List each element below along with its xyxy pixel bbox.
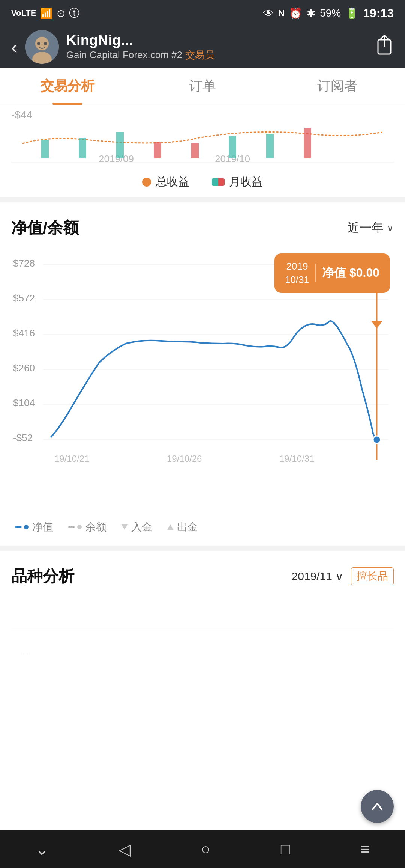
profit-chart-area: -$44 2019/09 2019/10: [0, 105, 405, 167]
signal-icon: 📶: [40, 7, 53, 20]
tooltip-value: 净值 $0.00: [322, 265, 380, 281]
svg-rect-10: [41, 140, 49, 158]
chevron-down-icon: ∨: [387, 222, 394, 234]
svg-rect-17: [304, 128, 311, 158]
svg-point-34: [373, 436, 381, 443]
svg-point-4: [44, 42, 47, 45]
svg-point-3: [37, 42, 40, 45]
date-filter-label: 2019/11: [292, 570, 332, 583]
nav-home-icon[interactable]: ○: [201, 840, 210, 858]
legend-monthly: 月收益: [212, 174, 263, 190]
tab-analysis[interactable]: 交易分析: [0, 68, 135, 105]
svg-rect-13: [154, 142, 161, 158]
svg-rect-14: [191, 143, 199, 158]
scroll-up-icon: [370, 799, 385, 814]
battery-icon: 🔋: [345, 7, 358, 20]
tooltip-divider: [315, 264, 316, 282]
clock: 19:13: [363, 6, 394, 20]
tabs: 交易分析 订单 订阅者: [0, 68, 405, 105]
avatar: [25, 30, 59, 64]
legend-balance-label: 余额: [86, 520, 106, 534]
date-chevron-icon: ∨: [335, 570, 344, 583]
legend-withdraw-label: 出金: [177, 520, 198, 534]
battery-level: 59%: [320, 7, 341, 19]
status-bar: VoLTE 📶 ⊙ ⓣ 👁 N ⏰ ✱ 59% 🔋 19:13: [0, 0, 405, 26]
legend-monthly-dot: [212, 178, 225, 186]
variety-title: 品种分析: [11, 566, 74, 587]
tab-analysis-label: 交易分析: [40, 77, 94, 95]
legend-total-label: 总收益: [156, 174, 189, 190]
svg-text:-$52: -$52: [13, 432, 33, 443]
scroll-up-button[interactable]: [361, 790, 394, 823]
net-value-title: 净值/余额: [11, 217, 79, 238]
header: ‹ KingNig... Gain Capital Forex.com #2 交…: [0, 26, 405, 68]
nav-menu-icon[interactable]: ≡: [361, 840, 370, 858]
section-divider-1: [0, 197, 405, 202]
svg-text:$104: $104: [13, 397, 35, 408]
svg-marker-35: [371, 321, 382, 329]
legend-total-dot: [142, 178, 151, 187]
android-nav-bar: ⌄ ◁ ○ □ ≡: [0, 830, 405, 868]
header-left: ‹ KingNig... Gain Capital Forex.com #2 交…: [11, 30, 214, 64]
net-value-header: 净值/余额 近一年 ∨: [0, 206, 405, 242]
date-filter-button[interactable]: 2019/11 ∨: [292, 570, 344, 583]
tab-subscribers[interactable]: 订阅者: [270, 68, 405, 105]
legend-withdraw: 出金: [167, 520, 198, 534]
chart-tooltip: 2019 10/31 净值 $0.00: [274, 253, 390, 293]
nav-recent-icon[interactable]: □: [281, 840, 290, 858]
chart-legend-row: 净值 余额 入金 出金: [0, 516, 405, 542]
trader-tag: 交易员: [185, 48, 214, 62]
svg-text:$416: $416: [13, 327, 35, 339]
variety-analysis-header: 品种分析 2019/11 ∨ 擅长品: [0, 555, 405, 591]
legend-netvalue-label: 净值: [32, 520, 53, 534]
header-subtitle: Gain Capital Forex.com #2 交易员: [66, 48, 214, 62]
filter-button[interactable]: 近一年 ∨: [348, 220, 394, 236]
tab-orders-label: 订单: [189, 77, 216, 95]
legend-deposit-label: 入金: [131, 520, 152, 534]
svg-text:$260: $260: [13, 362, 35, 374]
volte-icon: VoLTE: [11, 8, 36, 18]
svg-text:19/10/21: 19/10/21: [54, 454, 89, 464]
content-area: 交易分析 订单 订阅者 -$44 2019/09 2019/10: [0, 68, 405, 856]
variety-filter-tag[interactable]: 擅长品: [351, 567, 394, 585]
legend-netvalue: 净值: [15, 520, 53, 534]
svg-text:19/10/31: 19/10/31: [279, 454, 314, 464]
bluetooth-icon: ✱: [307, 7, 315, 20]
tooltip-date: 2019 10/31: [285, 259, 309, 287]
user-name: KingNig...: [66, 32, 214, 48]
svg-rect-11: [79, 138, 86, 158]
svg-rect-12: [116, 132, 124, 158]
back-button[interactable]: ‹: [11, 36, 18, 58]
broker-name: Gain Capital Forex.com #2: [66, 49, 182, 61]
svg-text:$728: $728: [13, 258, 35, 269]
svg-text:--: --: [22, 648, 28, 658]
nav-down-icon[interactable]: ⌄: [35, 840, 48, 859]
location-icon: ⊙: [57, 7, 65, 20]
eye-icon: 👁: [263, 7, 274, 20]
tab-orders[interactable]: 订单: [135, 68, 270, 105]
status-left: VoLTE 📶 ⊙ ⓣ: [11, 6, 80, 20]
svg-rect-16: [266, 134, 274, 158]
tab-subscribers-label: 订阅者: [317, 77, 358, 95]
profit-legend: 总收益 月收益: [0, 167, 405, 193]
main-chart-container: $728 $572 $416 $260 $104 -$52 19/10/21 1…: [0, 242, 405, 516]
status-right: 👁 N ⏰ ✱ 59% 🔋 19:13: [263, 6, 394, 20]
svg-text:19/10/26: 19/10/26: [167, 454, 202, 464]
variety-chart-placeholder: --: [0, 591, 405, 666]
svg-rect-15: [229, 136, 236, 158]
timer-icon: ⓣ: [69, 6, 80, 20]
profit-chart-svg: 2019/09 2019/10: [11, 121, 394, 166]
nav-back-icon[interactable]: ◁: [118, 840, 130, 859]
legend-balance: 余额: [68, 520, 106, 534]
nfc-icon: N: [278, 8, 285, 18]
tab-underline: [52, 103, 82, 105]
legend-total: 总收益: [142, 174, 189, 190]
section-divider-2: [0, 546, 405, 551]
profit-y-label: -$44: [11, 109, 394, 121]
share-button[interactable]: [375, 35, 394, 59]
variety-chart-svg: --: [11, 598, 394, 658]
alarm-icon: ⏰: [289, 7, 302, 20]
legend-deposit: 入金: [122, 520, 152, 534]
svg-text:$572: $572: [13, 292, 35, 304]
header-info: KingNig... Gain Capital Forex.com #2 交易员: [66, 32, 214, 62]
